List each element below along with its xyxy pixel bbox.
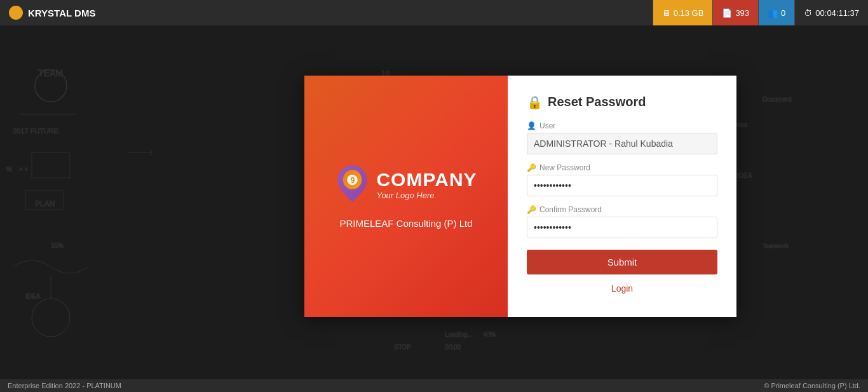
navbar-right: 🖥 0.13 GB 📄 393 👥 0 ⏱ 00:04:11:37 bbox=[653, 0, 868, 25]
company-tagline: Your Logo Here bbox=[376, 191, 477, 200]
key-icon: 🔑 bbox=[527, 163, 536, 172]
user-input bbox=[527, 133, 717, 154]
confirm-password-label: Confirm Password bbox=[539, 205, 602, 214]
svg-text:40%: 40% bbox=[483, 331, 496, 338]
time-value: 00:04:11:37 bbox=[815, 8, 859, 18]
brand-logo-circle bbox=[9, 6, 23, 20]
memory-icon: 🖥 bbox=[662, 8, 670, 18]
company-main-label: COMPANY bbox=[376, 169, 477, 191]
user-label: User bbox=[539, 121, 555, 130]
confirm-password-input[interactable] bbox=[527, 217, 717, 238]
svg-text:15%: 15% bbox=[51, 242, 64, 249]
clock-icon: ⏱ bbox=[804, 8, 812, 18]
count2-badge: 👥 0 bbox=[758, 0, 794, 25]
user-field-group: 👤 User bbox=[527, 121, 717, 154]
svg-text:Document: Document bbox=[763, 96, 792, 103]
count1-badge: 📄 393 bbox=[712, 0, 758, 25]
brand: KRYSTAL DMS bbox=[0, 6, 104, 20]
left-panel: 9 COMPANY Your Logo Here PRIMELEAF Consu… bbox=[304, 76, 508, 317]
memory-value: 0.13 GB bbox=[674, 8, 704, 18]
form-title: 🔒 Reset Password bbox=[527, 95, 717, 110]
count1-value: 393 bbox=[735, 8, 749, 18]
users-icon: 👥 bbox=[768, 8, 778, 18]
svg-point-10 bbox=[32, 299, 70, 337]
submit-button[interactable]: Submit bbox=[527, 250, 717, 274]
right-panel: 🔒 Reset Password 👤 User 🔑 New Password 🔑… bbox=[508, 76, 736, 317]
new-password-field-group: 🔑 New Password bbox=[527, 163, 717, 196]
memory-badge: 🖥 0.13 GB bbox=[653, 0, 713, 25]
confirm-password-field-group: 🔑 Confirm Password bbox=[527, 205, 717, 238]
confirm-password-label-row: 🔑 Confirm Password bbox=[527, 205, 717, 214]
company-logo-icon: 9 bbox=[335, 164, 370, 205]
new-password-label-row: 🔑 New Password bbox=[527, 163, 717, 172]
svg-text:Teamwork: Teamwork bbox=[763, 243, 789, 249]
user-icon: 👤 bbox=[527, 121, 536, 130]
bottom-bar: Enterprise Edition 2022 - PLATINUM © Pri… bbox=[0, 379, 868, 392]
doc-icon: 📄 bbox=[722, 8, 732, 18]
svg-rect-6 bbox=[32, 152, 70, 178]
svg-text:STOP: STOP bbox=[394, 344, 411, 351]
svg-text:0/100: 0/100 bbox=[445, 344, 461, 351]
svg-text:× +: × + bbox=[19, 166, 29, 173]
svg-text:%: % bbox=[6, 166, 12, 173]
svg-text:PLAN: PLAN bbox=[35, 199, 55, 208]
navbar: KRYSTAL DMS 🖥 0.13 GB 📄 393 👥 0 ⏱ 00:04:… bbox=[0, 0, 868, 25]
footer-left: Enterprise Edition 2022 - PLATINUM bbox=[8, 382, 121, 389]
count2-value: 0 bbox=[781, 8, 785, 18]
new-password-input[interactable] bbox=[527, 175, 717, 196]
svg-text:9: 9 bbox=[351, 175, 355, 184]
svg-text:Loading...: Loading... bbox=[445, 331, 473, 338]
login-link[interactable]: Login bbox=[527, 283, 717, 294]
footer-right: © Primeleaf Consulting (P) Ltd. bbox=[764, 382, 860, 389]
key2-icon: 🔑 bbox=[527, 205, 536, 214]
logo-text: COMPANY Your Logo Here bbox=[376, 169, 477, 200]
brand-name: KRYSTAL DMS bbox=[28, 8, 95, 18]
time-badge: ⏱ 00:04:11:37 bbox=[794, 0, 868, 25]
form-title-text: Reset Password bbox=[548, 95, 646, 109]
lock-icon: 🔒 bbox=[527, 95, 543, 110]
svg-text:IDEA: IDEA bbox=[25, 293, 41, 300]
user-field-label-row: 👤 User bbox=[527, 121, 717, 130]
new-password-label: New Password bbox=[539, 163, 590, 172]
company-name: PRIMELEAF Consulting (P) Ltd bbox=[339, 218, 472, 229]
svg-text:IDEA: IDEA bbox=[737, 172, 752, 179]
svg-text:2017 FUTURE: 2017 FUTURE bbox=[13, 127, 58, 135]
main-card: 9 COMPANY Your Logo Here PRIMELEAF Consu… bbox=[304, 76, 736, 317]
logo-area: 9 COMPANY Your Logo Here bbox=[335, 164, 477, 205]
